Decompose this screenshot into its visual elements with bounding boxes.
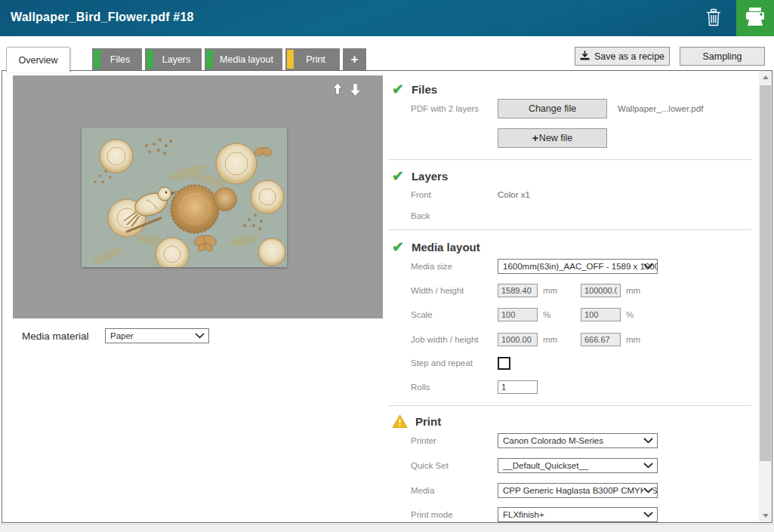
- printer-label: Printer: [411, 436, 498, 445]
- window-footer: [0, 524, 774, 532]
- back-label: Back: [411, 211, 498, 220]
- tab-overview[interactable]: Overview: [6, 47, 70, 72]
- print-mode-select[interactable]: FLXfinish+: [498, 507, 658, 522]
- media-layout-section-header: ✔ Media layout: [392, 240, 480, 254]
- print-mode-row: Print mode FLXfinish+: [411, 507, 658, 522]
- step-repeat-row: Step and repeat: [411, 356, 510, 370]
- printer-select[interactable]: Canon Colorado M-Series: [498, 433, 658, 448]
- chevron-down-icon: [643, 262, 653, 271]
- tab-print-status-warning: [287, 50, 294, 69]
- scale-label: Scale: [411, 310, 498, 319]
- window-title: Wallpaper_Bird_Flower.pdf #18: [11, 11, 194, 24]
- media-row: Media CPP Generic Haglasta B300P CMYKSS-…: [411, 483, 658, 498]
- artwork-preview: [82, 128, 287, 267]
- files-change-row: PDF with 2 layers Change file Wallpaper_…: [411, 99, 703, 118]
- rolls-row: Rolls: [411, 380, 538, 394]
- quickset-label: Quick Set: [411, 461, 498, 470]
- tab-overview-label: Overview: [18, 55, 57, 66]
- tab-media-layout[interactable]: Media layout: [205, 48, 282, 70]
- tab-add[interactable]: +: [343, 48, 366, 70]
- media-size-label: Media size: [411, 262, 498, 271]
- job-size-label: Job width / height: [411, 335, 498, 344]
- chevron-down-icon: [643, 486, 653, 495]
- checkmark-icon: ✔: [392, 169, 404, 183]
- quickset-value: __Default_Quickset__: [503, 461, 588, 470]
- job-height-unit-label: mm: [626, 335, 644, 344]
- media-size-value: 1600mm(63in)_AAC_OFF - 1589 x 100000: [503, 262, 658, 271]
- printer-icon: [744, 6, 766, 30]
- media-material-row: Media material Paper: [22, 328, 209, 343]
- media-material-select[interactable]: Paper: [105, 328, 209, 343]
- title-bar: Wallpaper_Bird_Flower.pdf #18: [0, 0, 774, 36]
- sampling-label: Sampling: [702, 51, 742, 62]
- quickset-select[interactable]: __Default_Quickset__: [498, 458, 658, 473]
- download-icon: [580, 51, 590, 63]
- delete-job-button[interactable]: [703, 9, 724, 29]
- media-height-input: [581, 284, 621, 297]
- section-divider: [389, 229, 751, 230]
- media-layout-section-title: Media layout: [412, 241, 480, 254]
- chevron-down-icon: [643, 510, 653, 519]
- scroll-up-button[interactable]: [759, 71, 772, 84]
- media-size-select[interactable]: 1600mm(63in)_AAC_OFF - 1589 x 100000: [498, 259, 658, 274]
- file-type-label: PDF with 2 layers: [411, 104, 498, 113]
- media-size-row: Media size 1600mm(63in)_AAC_OFF - 1589 x…: [411, 259, 658, 274]
- chevron-down-icon: [195, 331, 205, 340]
- scrollbar-thumb[interactable]: [760, 85, 771, 461]
- files-section-title: Files: [412, 83, 437, 96]
- print-button[interactable]: [736, 0, 774, 36]
- tab-strip: Overview Files Layers Media layout Print…: [0, 36, 774, 70]
- job-height-input: [581, 333, 621, 346]
- tab-media-layout-status-ok: [206, 50, 213, 69]
- height-unit-label: mm: [626, 286, 644, 295]
- printer-value: Canon Colorado M-Series: [503, 436, 603, 445]
- print-media-select[interactable]: CPP Generic Haglasta B300P CMYKSS-AU-: [498, 483, 658, 498]
- media-width-input: [498, 284, 538, 297]
- overview-panel: Media material Paper ✔ Files PDF with 2 …: [2, 70, 772, 523]
- quickset-row: Quick Set __Default_Quickset__: [411, 458, 658, 473]
- front-label: Front: [411, 190, 498, 199]
- rolls-label: Rolls: [411, 383, 498, 392]
- tab-files-label: Files: [104, 54, 130, 65]
- tab-layers-label: Layers: [156, 54, 191, 65]
- scale-x-input: [498, 308, 538, 321]
- step-repeat-label: Step and repeat: [411, 358, 498, 367]
- change-file-label: Change file: [529, 103, 576, 114]
- tab-files-status-ok: [94, 50, 100, 69]
- print-media-value: CPP Generic Haglasta B300P CMYKSS-AU-: [503, 486, 658, 495]
- layers-section-header: ✔ Layers: [392, 169, 448, 183]
- media-material-value: Paper: [110, 331, 134, 340]
- tab-print[interactable]: Print: [285, 48, 340, 70]
- scroll-down-button[interactable]: [759, 509, 772, 522]
- save-as-recipe-label: Save as a recipe: [594, 51, 665, 62]
- current-file-name: Wallpaper_...lower.pdf: [618, 104, 703, 113]
- media-material-label: Media material: [22, 331, 105, 342]
- scale-y-unit-label: %: [626, 310, 644, 319]
- print-section-header: Print: [392, 414, 441, 429]
- chevron-down-icon: [643, 461, 653, 470]
- files-new-row: + New file: [411, 128, 607, 148]
- tab-layers-status-ok: [146, 50, 153, 69]
- step-repeat-checkbox[interactable]: [498, 357, 510, 370]
- save-as-recipe-button[interactable]: Save as a recipe: [575, 47, 670, 66]
- new-file-button[interactable]: + New file: [498, 128, 607, 148]
- print-section-title: Print: [415, 415, 441, 428]
- scale-row: Scale % %: [411, 308, 644, 321]
- arrow-down-icon[interactable]: [349, 82, 362, 100]
- print-mode-label: Print mode: [411, 510, 498, 519]
- rolls-input[interactable]: [498, 380, 538, 394]
- job-width-unit-label: mm: [543, 335, 561, 344]
- layers-section-title: Layers: [412, 170, 448, 183]
- printer-row: Printer Canon Colorado M-Series: [411, 433, 658, 448]
- new-file-label: New file: [539, 133, 572, 143]
- checkmark-icon: ✔: [392, 240, 404, 254]
- sampling-button[interactable]: Sampling: [680, 47, 765, 66]
- tab-layers[interactable]: Layers: [145, 48, 202, 70]
- section-divider: [389, 405, 751, 406]
- change-file-button[interactable]: Change file: [498, 99, 607, 118]
- layers-front-row: Front Color x1: [411, 190, 530, 199]
- tab-files[interactable]: Files: [92, 48, 142, 70]
- triangle-down-icon: [763, 514, 769, 518]
- arrow-up-icon[interactable]: [331, 82, 344, 100]
- tab-media-layout-label: Media layout: [214, 54, 273, 65]
